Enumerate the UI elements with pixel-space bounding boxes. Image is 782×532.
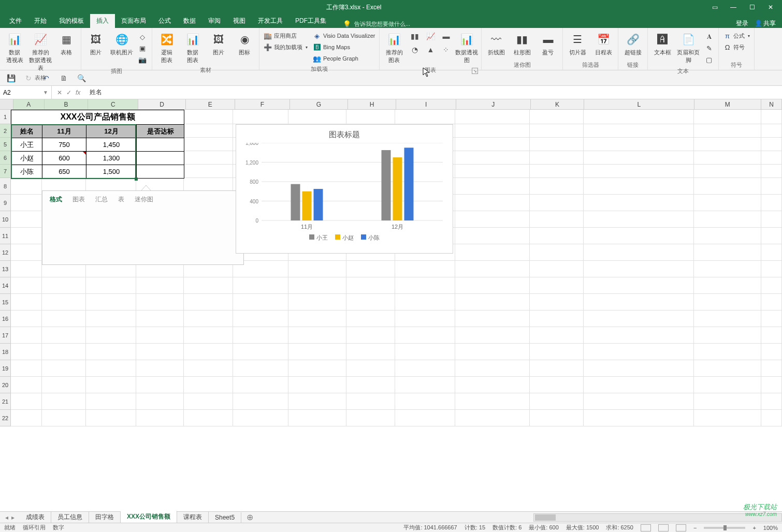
pictures-button[interactable]: 🖼图片 (83, 30, 108, 57)
col-header-m[interactable]: M (694, 99, 762, 109)
tab-insert[interactable]: 插入 (90, 14, 115, 28)
cell-name-2[interactable]: 小陈 (11, 165, 42, 179)
cell-nov-0[interactable]: 750 (42, 138, 86, 152)
recommended-charts-button[interactable]: 📊推荐的 图表 (382, 30, 407, 65)
hyperlink-button[interactable]: 🔗超链接 (620, 30, 645, 57)
qa-tab-tables[interactable]: 表 (118, 195, 124, 204)
header-footer-button[interactable]: 📄页眉和页脚 (676, 30, 701, 65)
row-header[interactable]: 5 (0, 138, 11, 151)
wordart-button[interactable]: 𝐀 (703, 31, 715, 42)
cell-nov-2[interactable]: 650 (42, 165, 86, 179)
tab-review[interactable]: 审阅 (202, 14, 227, 28)
symbol-button[interactable]: Ω符号 (721, 41, 752, 53)
sheet-tab-3[interactable]: XXX公司销售额 (121, 511, 177, 524)
formula-input[interactable]: 姓名 (85, 88, 782, 97)
col-header-e[interactable]: E (186, 99, 235, 109)
cell-pass-0[interactable] (137, 138, 184, 152)
app-store-button[interactable]: 🏬应用商店 (262, 30, 310, 41)
sparkline-line-button[interactable]: 〰折线图 (484, 30, 509, 57)
view-layout-button[interactable] (658, 524, 669, 531)
signature-button[interactable]: ✎ (703, 42, 715, 54)
row-header[interactable]: 12 (0, 244, 11, 261)
login-link[interactable]: 登录 (736, 19, 748, 28)
smartart-button[interactable]: ▣ (136, 42, 149, 54)
logic-chart-button[interactable]: 🔀逻辑 图表 (154, 30, 179, 65)
line-chart-button[interactable]: 📈 (423, 30, 438, 42)
th-pass[interactable]: 是否达标 (137, 125, 184, 138)
zoom-thumb[interactable] (723, 525, 727, 530)
row-header[interactable]: 19 (0, 360, 11, 377)
sheet-tab-1[interactable]: 员工信息 (51, 511, 89, 523)
row-header[interactable]: 7 (0, 165, 11, 178)
share-link[interactable]: 👤共享 (755, 19, 776, 28)
sparkline-column-button[interactable]: ▮▮柱形图 (510, 30, 534, 57)
row-header[interactable]: 9 (0, 195, 11, 211)
charts-dialog-launcher[interactable]: ↘ (472, 68, 478, 74)
tab-page-layout[interactable]: 页面布局 (115, 14, 152, 28)
chart-legend[interactable]: 小王 小赵 小陈 (236, 231, 453, 247)
zoom-level[interactable]: 100% (763, 525, 778, 531)
sheet-tab-0[interactable]: 成绩表 (20, 511, 51, 523)
row-header[interactable]: 6 (0, 151, 11, 165)
cell-pass-2[interactable] (137, 165, 184, 179)
cell-dec-1[interactable]: 1,300 (86, 152, 137, 165)
name-box-dropdown-icon[interactable]: ▼ (43, 90, 48, 95)
minimize-button[interactable]: — (726, 2, 741, 12)
quick-analysis-panel[interactable]: 格式 图表 汇总 表 迷你图 (42, 190, 244, 265)
cell-dec-2[interactable]: 1,500 (86, 165, 137, 179)
tab-home[interactable]: 开始 (28, 14, 53, 28)
tab-view[interactable]: 视图 (227, 14, 252, 28)
shapes-button[interactable]: ◇ (136, 31, 149, 42)
pivot-table-button[interactable]: 📊数据 透视表 (2, 30, 27, 65)
maximize-button[interactable]: ☐ (745, 2, 759, 12)
view-normal-button[interactable] (641, 524, 651, 531)
fill-handle[interactable] (135, 178, 138, 181)
row-header[interactable]: 2 (0, 124, 11, 138)
table-row[interactable]: 小赵 600 1,300 (11, 152, 184, 165)
row-header[interactable]: 16 (0, 311, 11, 327)
cancel-formula-button[interactable]: ✕ (57, 89, 62, 96)
col-header-a[interactable]: A (13, 99, 45, 109)
table-button[interactable]: ▦表格 (54, 30, 79, 57)
row-header[interactable]: 11 (0, 228, 11, 244)
row-header[interactable]: 10 (0, 211, 11, 228)
visio-addin-button[interactable]: ◈Visio Data Visualizer (311, 30, 377, 41)
recommended-pivot-button[interactable]: 📈推荐的 数据透视表 (28, 30, 53, 73)
tab-pdf[interactable]: PDF工具集 (289, 14, 332, 28)
tell-me-search[interactable]: 💡 告诉我您想要做什么... (343, 20, 410, 28)
col-header-n[interactable]: N (761, 99, 782, 109)
screenshot-button[interactable]: 📷 (136, 54, 149, 65)
tab-developer[interactable]: 开发工具 (252, 14, 289, 28)
embedded-chart[interactable]: 图表标题 04008001,2001,60011月12月 小王 小赵 小陈 (236, 124, 453, 254)
my-addins-button[interactable]: ➕我的加载项▾ (262, 41, 310, 53)
col-header-b[interactable]: B (45, 99, 89, 109)
online-pictures-button[interactable]: 🌐联机图片 (109, 30, 134, 57)
th-nov[interactable]: 11月 (42, 125, 86, 138)
row-header[interactable]: 15 (0, 294, 11, 311)
sheet-nav-last[interactable]: ▸ (11, 514, 15, 521)
textbox-button[interactable]: 🅰文本框 (650, 30, 675, 57)
col-header-l[interactable]: L (584, 99, 694, 109)
row-header[interactable]: 14 (0, 277, 11, 294)
fx-button[interactable]: fx (76, 89, 80, 96)
cell-nov-1[interactable]: 600 (42, 152, 86, 165)
select-all-corner[interactable] (0, 99, 13, 109)
view-pagebreak-button[interactable] (676, 524, 686, 531)
sheet-tab-4[interactable]: 课程表 (177, 511, 209, 523)
row-header[interactable]: 18 (0, 344, 11, 360)
cell-pass-1[interactable] (137, 152, 184, 165)
tab-my-templates[interactable]: 我的模板 (53, 14, 90, 28)
col-header-f[interactable]: F (235, 99, 291, 109)
timeline-button[interactable]: 📅日程表 (591, 30, 616, 57)
row-header[interactable]: 13 (0, 261, 11, 277)
chart-title[interactable]: 图表标题 (236, 125, 453, 143)
new-sheet-button[interactable]: ⊕ (241, 512, 258, 522)
zoom-slider[interactable] (704, 527, 745, 529)
col-header-d[interactable]: D (138, 99, 186, 109)
data-chart-button[interactable]: 📊数据 图表 (180, 30, 205, 65)
cell-dec-0[interactable]: 1,450 (86, 138, 137, 152)
zoom-in-button[interactable]: + (752, 525, 756, 531)
tab-data[interactable]: 数据 (177, 14, 202, 28)
sheet-tab-5[interactable]: Sheet5 (209, 512, 241, 523)
pie-chart-button[interactable]: ◔ (408, 43, 422, 56)
